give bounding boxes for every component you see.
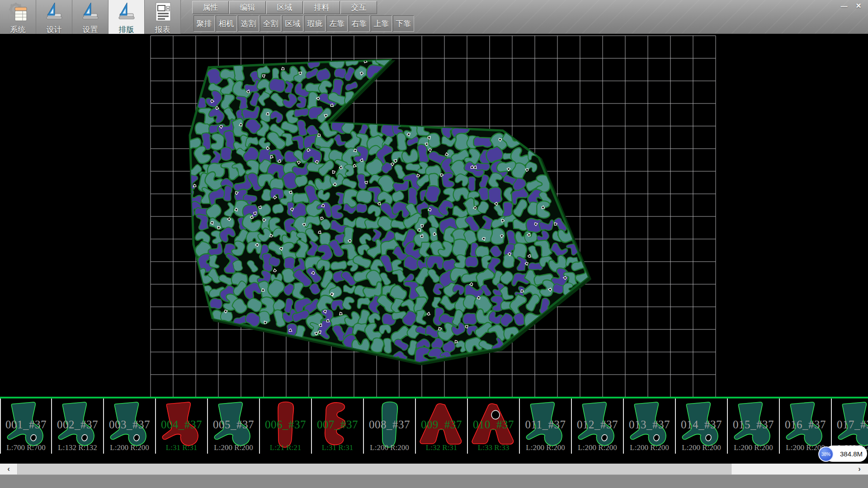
thumbnail-part-003_#37[interactable]: 003_#37L:200 R:200 <box>104 399 156 454</box>
tool-button-camera[interactable]: 相机 <box>216 15 237 32</box>
tool-button-align-bottom[interactable]: 下靠 <box>393 15 414 32</box>
part-shape <box>679 399 725 451</box>
scrollbar-thumb[interactable] <box>17 464 731 474</box>
thumbnail-part-012_#37[interactable]: 012_#37L:200 R:200 <box>572 399 624 454</box>
thumbnail-part-011_#37[interactable]: 011_#37L:200 R:200 <box>520 399 572 454</box>
menu-tab-region[interactable]: 区域 <box>266 1 303 14</box>
part-shape <box>368 399 413 451</box>
close-button[interactable]: ✕ <box>853 1 864 10</box>
nav-item-label: 系统 <box>10 24 26 35</box>
nav-item-label: 排版 <box>119 24 134 35</box>
menu-tab-property[interactable]: 属性 <box>192 1 229 14</box>
tool-button-cut-all[interactable]: 全割 <box>260 15 281 32</box>
part-shape <box>108 399 153 451</box>
report-doc-icon <box>152 2 173 23</box>
nav-strip: 系统设计设置排版报表 <box>0 0 181 34</box>
part-shape <box>524 399 569 451</box>
part-shape <box>5 399 50 451</box>
nav-item-report[interactable]: 报表 <box>145 0 181 34</box>
part-shape <box>160 399 205 451</box>
status-bar <box>0 474 868 488</box>
scroll-right-button[interactable]: › <box>851 464 868 474</box>
tool-button-select-cut[interactable]: 选割 <box>238 15 259 32</box>
thumbnail-part-007_#37[interactable]: 007_#37L:31 R:31 <box>312 399 364 454</box>
parts-thumbnail-strip: 001_#37L:700 R:700002_#37L:132 R:132003_… <box>0 397 868 454</box>
tool-button-bar: 聚排相机选割全割区域瑕疵左靠右靠上靠下靠 <box>193 15 415 32</box>
memory-percent: 38% <box>821 452 830 457</box>
menu-tab-edit[interactable]: 编辑 <box>229 1 266 14</box>
thumbnail-part-010_#37[interactable]: 010_#37L:33 R:33 <box>468 399 520 454</box>
memory-percent-circle: 38% <box>818 446 834 462</box>
design-ruler-icon <box>44 2 65 23</box>
nav-item-setting[interactable]: 设置 <box>72 0 108 34</box>
tool-button-align-top[interactable]: 上靠 <box>371 15 392 32</box>
nav-item-label: 报表 <box>155 24 170 35</box>
nav-item-label: 设置 <box>83 24 98 35</box>
tool-button-zone[interactable]: 区域 <box>282 15 303 32</box>
minimize-button[interactable]: — <box>838 1 850 10</box>
menu-tab-interaction[interactable]: 交互 <box>340 1 377 14</box>
part-shape <box>212 399 257 451</box>
memory-value: 384.8M <box>840 450 863 458</box>
tool-button-align-left[interactable]: 左靠 <box>326 15 348 32</box>
thumbnail-row: 001_#37L:700 R:700002_#37L:132 R:132003_… <box>0 399 868 454</box>
canvas-drawing[interactable] <box>0 34 868 397</box>
system-gear-icon <box>8 2 28 23</box>
part-shape <box>627 399 673 451</box>
memory-usage-badge[interactable]: 384.8M 38% <box>818 445 867 463</box>
part-shape <box>835 399 868 451</box>
menu-tab-nest[interactable]: 排料 <box>303 1 340 14</box>
thumbnail-part-015_#37[interactable]: 015_#37L:200 R:200 <box>728 399 780 454</box>
nav-item-system[interactable]: 系统 <box>0 0 36 34</box>
nav-item-design[interactable]: 设计 <box>36 0 72 34</box>
thumbnail-part-008_#37[interactable]: 008_#37L:200 R:200 <box>364 399 416 454</box>
top-toolbar: 系统设计设置排版报表 属性编辑区域排料交互 聚排相机选割全割区域瑕疵左靠右靠上靠… <box>0 0 868 34</box>
thumbnail-part-014_#37[interactable]: 014_#37L:200 R:200 <box>676 399 728 454</box>
part-shape <box>472 399 517 451</box>
thumbnail-part-009_#37[interactable]: 009_#37L:32 R:31 <box>416 399 468 454</box>
tool-button-align-right[interactable]: 右靠 <box>349 15 370 32</box>
part-shape <box>56 399 101 451</box>
nesting-canvas[interactable] <box>0 34 868 397</box>
part-shape <box>576 399 621 451</box>
thumbnail-part-001_#37[interactable]: 001_#37L:700 R:700 <box>0 399 52 454</box>
thumbnail-part-005_#37[interactable]: 005_#37L:200 R:200 <box>208 399 260 454</box>
nesting-ruler-icon <box>116 2 137 23</box>
thumbnail-part-013_#37[interactable]: 013_#37L:200 R:200 <box>624 399 676 454</box>
part-shape <box>731 399 777 451</box>
setting-ruler-icon <box>80 2 101 23</box>
thumbnail-part-004_#37[interactable]: 004_#37L:31 R:31 <box>156 399 208 454</box>
nav-item-label: 设计 <box>47 24 62 35</box>
part-shape <box>264 399 309 451</box>
part-shape <box>783 399 829 451</box>
tool-button-cluster-nest[interactable]: 聚排 <box>193 15 215 32</box>
part-shape <box>420 399 465 451</box>
tool-button-defect[interactable]: 瑕疵 <box>304 15 326 32</box>
thumbnail-part-002_#37[interactable]: 002_#37L:132 R:132 <box>52 399 104 454</box>
part-shape <box>316 399 361 451</box>
menu-tab-bar: 属性编辑区域排料交互 <box>192 1 377 14</box>
horizontal-scrollbar[interactable]: ‹ › <box>0 464 868 474</box>
nav-item-nesting[interactable]: 排版 <box>108 0 145 34</box>
window-controls: — ✕ <box>838 1 864 10</box>
scroll-left-button[interactable]: ‹ <box>0 464 17 474</box>
thumbnail-part-006_#37[interactable]: 006_#37L:21 R:21 <box>260 399 312 454</box>
